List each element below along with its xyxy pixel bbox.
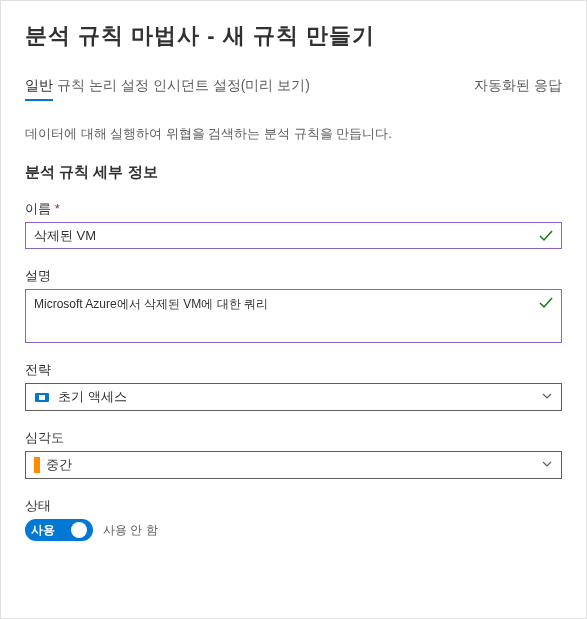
section-title: 분석 규칙 세부 정보 bbox=[25, 163, 562, 182]
intro-description: 데이터에 대해 실행하여 위협을 검색하는 분석 규칙을 만듭니다. bbox=[25, 125, 562, 143]
tactics-field-group: 전략 초기 액세스 bbox=[25, 361, 562, 411]
toggle-on-label: 사용 bbox=[31, 522, 55, 539]
name-label: 이름 * bbox=[25, 200, 562, 218]
description-input[interactable]: Microsoft Azure에서 삭제된 VM에 대한 쿼리 bbox=[25, 289, 562, 343]
tactics-select[interactable]: 초기 액세스 bbox=[25, 383, 562, 411]
severity-field-group: 심각도 중간 bbox=[25, 429, 562, 479]
checkmark-icon bbox=[538, 295, 554, 315]
toggle-off-label: 사용 안 함 bbox=[103, 522, 158, 539]
severity-value: 중간 bbox=[46, 456, 541, 474]
tabs: 일반 규칙 논리 설정 인시던트 설정(미리 보기) 자동화된 응답 bbox=[25, 73, 562, 101]
toggle-knob-icon bbox=[71, 522, 87, 538]
status-label: 상태 bbox=[25, 497, 562, 515]
name-input[interactable] bbox=[25, 222, 562, 249]
svg-rect-1 bbox=[39, 395, 45, 400]
severity-select[interactable]: 중간 bbox=[25, 451, 562, 479]
severity-indicator-icon bbox=[34, 457, 40, 473]
chevron-down-icon bbox=[541, 456, 553, 474]
status-field-group: 상태 사용 사용 안 함 bbox=[25, 497, 562, 541]
tactics-label: 전략 bbox=[25, 361, 562, 379]
name-label-text: 이름 bbox=[25, 201, 51, 216]
tactics-value: 초기 액세스 bbox=[58, 388, 541, 406]
tab-automated-response[interactable]: 자동화된 응답 bbox=[474, 73, 562, 101]
status-toggle[interactable]: 사용 bbox=[25, 519, 93, 541]
chevron-down-icon bbox=[541, 388, 553, 406]
description-label: 설명 bbox=[25, 267, 562, 285]
page-title: 분석 규칙 마법사 - 새 규칙 만들기 bbox=[25, 21, 562, 51]
required-asterisk-icon: * bbox=[55, 201, 60, 216]
tactics-icon bbox=[34, 389, 50, 405]
checkmark-icon bbox=[538, 228, 554, 248]
tab-incident-settings[interactable]: 인시던트 설정(미리 보기) bbox=[153, 73, 310, 101]
name-field-group: 이름 * bbox=[25, 200, 562, 249]
description-field-group: 설명 Microsoft Azure에서 삭제된 VM에 대한 쿼리 bbox=[25, 267, 562, 343]
tab-general[interactable]: 일반 bbox=[25, 73, 53, 101]
severity-label: 심각도 bbox=[25, 429, 562, 447]
tab-rule-logic[interactable]: 규칙 논리 설정 bbox=[57, 73, 149, 101]
